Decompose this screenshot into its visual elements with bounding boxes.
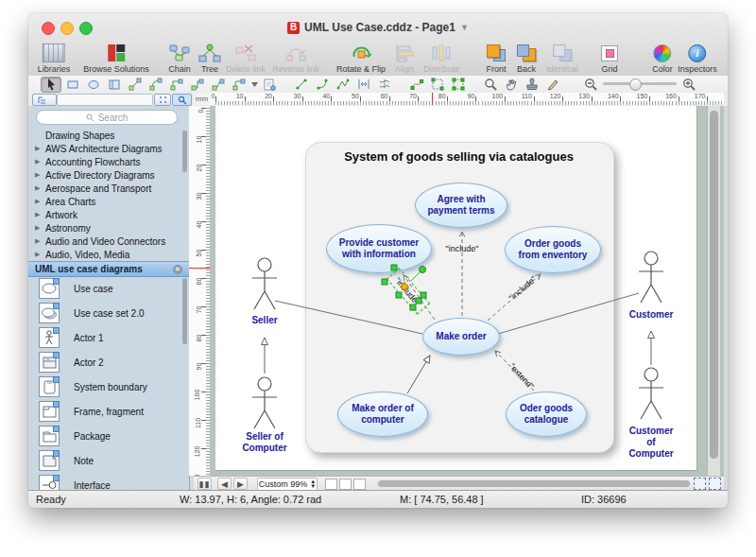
actor-seller-of-computer-label[interactable]: Seller of Computer — [242, 431, 286, 454]
actor-customer-figure[interactable] — [639, 252, 663, 303]
chevron-down-icon[interactable]: ▼ — [460, 23, 469, 32]
library-grid-view-button[interactable] — [154, 94, 171, 106]
category-audio-video-media[interactable]: ▶Audio, Video, Media — [28, 248, 189, 261]
actor-customer-of-computer-label[interactable]: Customer of Computer — [628, 426, 674, 460]
insert-object-tool[interactable] — [260, 78, 279, 92]
category-artwork[interactable]: ▶Artwork — [28, 208, 189, 221]
include-label-top[interactable]: "include" — [446, 244, 479, 253]
selected-library-row[interactable]: UML use case diagrams ✕ — [28, 261, 189, 277]
search-input[interactable]: Search — [36, 110, 178, 125]
toolbar-tree[interactable]: Tree — [198, 43, 221, 74]
actor-customer-of-computer-figure[interactable] — [639, 368, 663, 419]
next-page-button[interactable]: ▶ — [233, 478, 248, 490]
cut-fragment-tool[interactable] — [375, 78, 394, 92]
disclosure-triangle-icon[interactable]: ▶ — [35, 184, 42, 192]
category-aws[interactable]: ▶AWS Architecture Diagrams — [28, 142, 189, 155]
disclosure-triangle-icon[interactable]: ▶ — [35, 237, 42, 245]
shapes-scrollbar-thumb[interactable] — [182, 278, 187, 344]
disclosure-triangle-icon[interactable]: ▶ — [35, 158, 42, 165]
prev-page-button[interactable]: ◀ — [217, 478, 232, 490]
toolbar-back[interactable]: Back — [516, 43, 537, 74]
arc-connector-tool[interactable] — [146, 78, 165, 92]
ellipse-tool[interactable] — [84, 78, 103, 92]
round-connector-tool[interactable] — [230, 78, 249, 92]
disclosure-triangle-icon[interactable]: ▶ — [35, 224, 42, 232]
toolbar-libraries[interactable]: Libraries — [38, 43, 71, 74]
category-area-charts[interactable]: ▶Area Charts — [28, 195, 189, 208]
library-path-field[interactable] — [57, 94, 153, 106]
toolbar-rotate-flip[interactable]: Rotate & Flip — [336, 43, 386, 74]
category-drawing-shapes[interactable]: Drawing Shapes — [28, 129, 189, 142]
page-tab-3[interactable] — [353, 479, 366, 490]
shape-package[interactable]: Package — [28, 424, 189, 448]
actor-seller-figure[interactable] — [252, 258, 277, 309]
edit-group-tool[interactable] — [449, 78, 468, 92]
shape-actor-2[interactable]: Actor 2 — [28, 350, 189, 374]
pan-overview-icon[interactable] — [694, 478, 706, 490]
zoom-tool[interactable] — [481, 78, 500, 92]
category-scrollbar-thumb[interactable] — [182, 131, 187, 172]
shape-note[interactable]: Note — [28, 448, 189, 473]
toolbar-browse-solutions[interactable]: Browse Solutions — [83, 43, 149, 74]
shape-interface[interactable]: Interface — [28, 473, 189, 490]
connector-dropdown-caret[interactable] — [250, 78, 258, 92]
disclosure-triangle-icon[interactable]: ▶ — [35, 171, 42, 179]
toolbar-grid[interactable]: Grid — [601, 43, 618, 74]
toolbar-inspectors[interactable]: i Inspectors — [678, 43, 717, 74]
actor-seller-label[interactable]: Seller — [251, 315, 277, 326]
page-tab-1[interactable] — [325, 479, 337, 490]
use-case-make-order[interactable]: Make order — [422, 318, 500, 356]
category-astronomy[interactable]: ▶Astronomy — [28, 221, 189, 235]
smart-connector-tool[interactable] — [188, 78, 207, 92]
use-case-oder-goods-catalogue[interactable]: Oder goods catalogue — [506, 392, 587, 437]
category-active-directory[interactable]: ▶Active Directory Diagrams — [28, 168, 189, 182]
disclosure-triangle-icon[interactable]: ▶ — [35, 145, 42, 152]
frame-tool[interactable] — [105, 78, 124, 92]
category-aerospace[interactable]: ▶Aerospace and Transport — [28, 182, 189, 195]
zoom-slider-track[interactable] — [603, 82, 677, 85]
category-audio-video-connectors[interactable]: ▶Audio and Video Connectors — [28, 235, 189, 248]
polyline-tool[interactable] — [334, 78, 352, 92]
handles-tool[interactable] — [354, 78, 373, 92]
elbow-connector-tool[interactable] — [167, 78, 186, 92]
select-group-tool[interactable] — [428, 78, 447, 92]
canvas-horizontal-scrollbar[interactable] — [373, 479, 686, 488]
library-tree-toggle-button[interactable] — [32, 94, 57, 106]
canvas-viewport[interactable]: System of goods selling via catalogues — [210, 106, 724, 476]
page-tab-2[interactable] — [339, 479, 352, 490]
h-scrollbar-thumb[interactable] — [378, 480, 690, 487]
shape-use-case-set[interactable]: Use case set 2.0 — [28, 301, 189, 325]
v-scrollbar-thumb[interactable] — [710, 111, 718, 459]
zoom-slider-thumb[interactable] — [629, 78, 642, 91]
pointer-tool[interactable] — [41, 77, 61, 93]
close-library-icon[interactable]: ✕ — [173, 265, 182, 274]
page-overview-icon[interactable] — [709, 478, 721, 490]
disclosure-triangle-icon[interactable]: ▶ — [35, 211, 42, 218]
use-case-provide-customer-info[interactable]: Provide customer with information — [326, 224, 432, 273]
toolbar-chain[interactable]: Chain — [168, 43, 191, 74]
toolbar-front[interactable]: Front — [486, 43, 507, 74]
pencil-tool[interactable] — [543, 78, 562, 92]
zoom-out-icon[interactable] — [584, 78, 597, 91]
splitter-handle[interactable]: ▮▮ — [198, 478, 212, 490]
stamp-tool[interactable] — [523, 78, 541, 92]
actor-customer-label[interactable]: Customer — [629, 309, 674, 321]
shape-use-case[interactable]: Use case — [28, 276, 189, 301]
library-search-button[interactable] — [172, 94, 192, 106]
canvas-vertical-scrollbar[interactable] — [707, 106, 720, 476]
disclosure-triangle-icon[interactable]: ▶ — [35, 251, 42, 258]
shape-actor-1[interactable]: Actor 1 — [28, 325, 189, 350]
use-case-make-order-of-computer[interactable]: Make order of computer — [337, 392, 428, 437]
shape-system-boundary[interactable]: System boundary — [28, 374, 189, 399]
system-boundary-title[interactable]: System of goods selling via catalogues — [305, 149, 612, 164]
zoom-level-select[interactable]: Custom 99% ▲▼ — [257, 478, 318, 491]
line-tool[interactable] — [292, 78, 311, 92]
toolbar-color[interactable]: Color — [652, 43, 673, 74]
actor-seller-of-computer-figure[interactable] — [252, 377, 277, 428]
curve-connector-tool[interactable] — [209, 78, 228, 92]
use-case-agree-payment-terms[interactable]: Agree with payment terms — [415, 183, 507, 228]
document-page[interactable]: System of goods selling via catalogues — [215, 106, 697, 471]
pan-hand-tool[interactable] — [502, 78, 521, 92]
rectangle-tool[interactable] — [63, 78, 82, 92]
arc-tool[interactable] — [313, 78, 332, 92]
